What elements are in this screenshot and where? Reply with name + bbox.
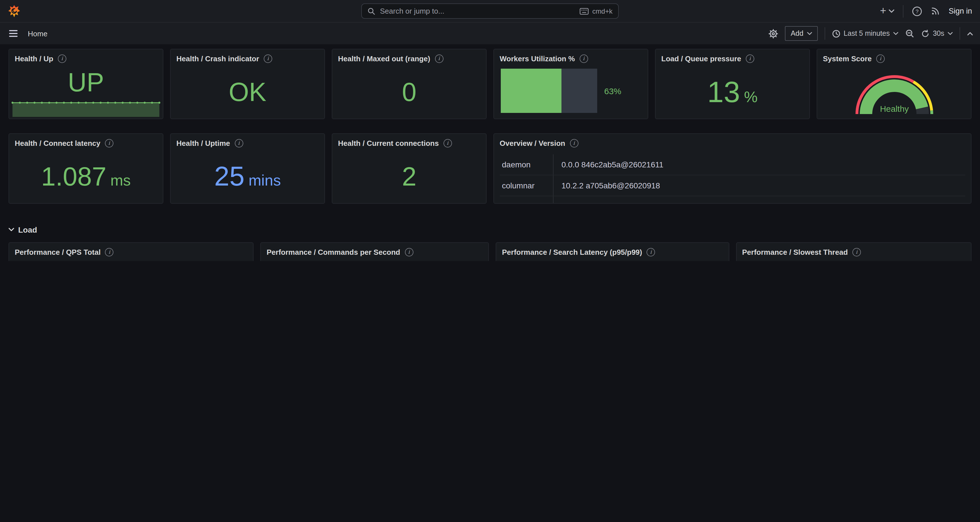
- panel-title[interactable]: Health / Connect latency: [15, 139, 100, 147]
- toolbar-divider: [824, 27, 825, 40]
- panel-title[interactable]: Performance / Search Latency (p95/p99): [502, 247, 642, 256]
- chart-area: 0.00 ops/s0.03 ops/s0.05 ops/s0.08 ops/s…: [262, 260, 385, 261]
- panel-title[interactable]: Health / Crash indicator: [177, 54, 259, 63]
- panel-title[interactable]: Health / Current connections: [338, 139, 439, 147]
- chart-canvas[interactable]: 0 s500.000 µs1.000 ms1.500 ms2.000 ms15:…: [738, 260, 966, 261]
- refresh-icon: [921, 29, 929, 38]
- panel-maxed-out: Health / Maxed out (range)i 0: [332, 49, 487, 119]
- info-icon[interactable]: i: [264, 54, 272, 63]
- add-button[interactable]: Add: [785, 26, 818, 41]
- info-icon[interactable]: i: [443, 139, 452, 147]
- search-icon: [368, 7, 375, 15]
- dashboard-settings-button[interactable]: [769, 29, 778, 38]
- grafana-dashboard: Search or jump to... cmd+k + ?: [0, 0, 980, 261]
- help-button[interactable]: ?: [912, 6, 922, 16]
- stat-value: 25: [215, 163, 245, 190]
- panel-title[interactable]: Health / Uptime: [177, 139, 230, 147]
- chart-canvas[interactable]: 0.0 ms10.0 ms20.0 ms30.0 ms15:40: [497, 260, 692, 261]
- gear-icon: [769, 29, 778, 38]
- panel-title[interactable]: Performance / QPS Total: [15, 247, 101, 256]
- grafana-logo-icon: [8, 4, 21, 18]
- grafana-logo[interactable]: [8, 4, 22, 18]
- panel-version: Overview / Versioni daemon0.0.0 846c2ab5…: [493, 133, 972, 204]
- clock-icon: [832, 29, 840, 38]
- panel-title[interactable]: Load / Queue pressure: [661, 54, 741, 63]
- stat-value: 1.087: [41, 163, 107, 190]
- toolbar-divider: [959, 27, 960, 40]
- panel-title[interactable]: System Score: [823, 54, 872, 63]
- info-icon[interactable]: i: [746, 54, 754, 63]
- new-menu-button[interactable]: +: [880, 6, 894, 16]
- version-row-columnar: columnar10.2.2 a705ab6@26020918: [500, 175, 965, 196]
- sparkline: [13, 99, 159, 117]
- chart-canvas[interactable]: 0.00 ops/s0.02 ops/s0.04 ops/s0.06 ops/s…: [10, 260, 150, 261]
- time-range-picker[interactable]: Last 5 minutes: [832, 29, 898, 38]
- bar-gauge: 63%: [501, 69, 641, 113]
- info-icon[interactable]: i: [234, 139, 243, 147]
- gauge: Healthy: [817, 65, 971, 118]
- stat-unit: %: [744, 88, 758, 106]
- search-input[interactable]: Search or jump to... cmd+k: [361, 3, 619, 19]
- chart-canvas[interactable]: 0.00 ops/s0.03 ops/s0.05 ops/s0.08 ops/s…: [262, 260, 385, 261]
- panel-qps-total: Performance / QPS Totali 0.00 ops/s0.02 …: [8, 242, 253, 261]
- info-icon[interactable]: i: [579, 54, 588, 63]
- chevron-down-icon: [8, 227, 14, 232]
- search-placeholder: Search or jump to...: [380, 7, 444, 15]
- panel-title[interactable]: Performance / Commands per Second: [267, 247, 400, 256]
- info-icon[interactable]: i: [876, 54, 885, 63]
- panel-title[interactable]: Health / Maxed out (range): [338, 54, 430, 63]
- panel-title[interactable]: Workers Utilization %: [500, 54, 575, 63]
- zoom-out-button[interactable]: [905, 29, 914, 38]
- chart-area: 0 s500.000 µs1.000 ms1.500 ms2.000 ms15:…: [738, 260, 966, 261]
- bar-gauge-value: 63%: [604, 86, 621, 96]
- info-icon[interactable]: i: [105, 139, 113, 147]
- panel-title[interactable]: Overview / Version: [500, 139, 565, 147]
- stat-unit: ms: [110, 172, 131, 190]
- version-table: daemon0.0.0 846c2ab5a@26021611columnar10…: [500, 154, 965, 203]
- bar-gauge-fill: [501, 69, 562, 113]
- info-icon[interactable]: i: [105, 247, 114, 256]
- chart-row-1: Performance / QPS Totali 0.00 ops/s0.02 …: [8, 242, 972, 261]
- breadcrumb[interactable]: Home: [28, 29, 47, 38]
- sign-in-link[interactable]: Sign in: [948, 7, 972, 15]
- zoom-out-icon: [905, 29, 914, 38]
- svg-text:?: ?: [915, 8, 918, 14]
- info-icon[interactable]: i: [647, 247, 655, 256]
- section-load[interactable]: Load: [8, 224, 972, 235]
- plus-icon: +: [880, 5, 886, 16]
- menu-toggle-button[interactable]: [7, 28, 20, 39]
- stat-value: 13: [707, 77, 740, 107]
- panel-title[interactable]: Health / Up: [15, 54, 53, 63]
- panel-title[interactable]: Performance / Slowest Thread: [742, 247, 848, 256]
- panel-connect-latency: Health / Connect latencyi 1.087ms: [8, 133, 163, 204]
- info-icon[interactable]: i: [435, 54, 443, 63]
- panel-uptime: Health / Uptimei 25mins: [170, 133, 325, 204]
- top-navigation: Search or jump to... cmd+k + ?: [0, 0, 980, 23]
- panel-crash-indicator: Health / Crash indicatori OK: [170, 49, 325, 119]
- legend-list: p95p95p95p99p99p99: [692, 260, 725, 261]
- news-icon: [931, 6, 940, 16]
- stat-value: 2: [402, 163, 416, 190]
- panel-slowest-thread: Performance / Slowest Threadi 0 s500.000…: [736, 242, 972, 261]
- refresh-picker[interactable]: 30s: [921, 29, 953, 38]
- news-button[interactable]: [931, 6, 940, 16]
- stat-unit: mins: [248, 172, 281, 190]
- info-icon[interactable]: i: [405, 247, 413, 256]
- stat-value: 0: [402, 79, 416, 105]
- section-label: Load: [18, 225, 37, 234]
- search-shortcut: cmd+k: [580, 7, 612, 15]
- keyboard-icon: [580, 8, 589, 14]
- collapse-toolbar-button[interactable]: [967, 31, 973, 36]
- panel-queue-pressure: Load / Queue pressurei 13%: [655, 49, 810, 119]
- legend-table: NameLast *search0.00 ops/sinsert0.00 ops…: [385, 260, 485, 261]
- info-icon[interactable]: i: [58, 54, 66, 63]
- version-row-daemon: daemon0.0.0 846c2ab5a@26021611: [500, 154, 965, 175]
- chevron-down-icon: [893, 31, 898, 36]
- info-icon[interactable]: i: [853, 247, 861, 256]
- chart-area: 0.00 ops/s0.02 ops/s0.04 ops/s0.06 ops/s…: [10, 260, 150, 261]
- info-icon[interactable]: i: [570, 139, 578, 147]
- panel-system-score: System Scorei Healthy: [817, 49, 972, 119]
- stat-row-2: Health / Connect latencyi 1.087ms Health…: [8, 133, 972, 204]
- panel-health-up: Health / Upi UP: [8, 49, 163, 119]
- dashboard-canvas: Health / Upi UP Health / Crash indicator…: [0, 44, 980, 261]
